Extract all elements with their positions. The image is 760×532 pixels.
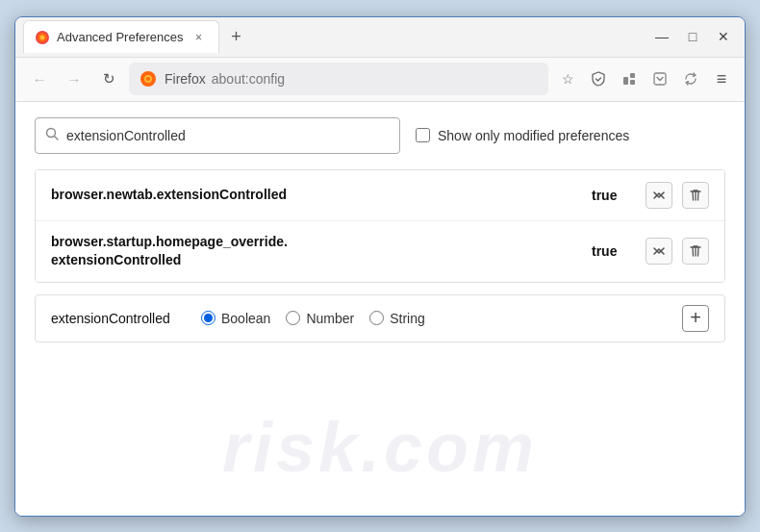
type-number-option[interactable]: Number [286, 311, 354, 326]
page-content: Show only modified preferences browser.n… [15, 102, 745, 516]
type-string-option[interactable]: String [369, 311, 425, 326]
type-options: Boolean Number String [201, 311, 425, 326]
pref-value-1: true [592, 188, 630, 203]
new-tab-button[interactable]: + [223, 23, 250, 50]
close-button[interactable]: ✕ [710, 23, 737, 50]
results-table: browser.newtab.extensionControlled true [35, 169, 725, 283]
active-tab[interactable]: Advanced Preferences × [23, 20, 219, 53]
navigation-bar: ← → ↻ Firefox about:config ☆ [15, 58, 745, 102]
menu-button[interactable]: ≡ [708, 65, 735, 92]
firefox-logo [139, 70, 157, 88]
minimize-button[interactable]: — [648, 23, 675, 50]
window-controls: — □ ✕ [648, 23, 737, 50]
show-modified-text: Show only modified preferences [438, 128, 629, 143]
pref-name-2-line2: extensionControlled [51, 252, 181, 267]
row-actions-2 [646, 238, 709, 265]
pref-name-1: browser.newtab.extensionControlled [51, 186, 592, 205]
address-origin: Firefox [165, 71, 206, 87]
toggle-button-2[interactable] [646, 238, 672, 265]
pref-value-2: true [592, 243, 630, 259]
new-pref-name: extensionControlled [51, 311, 186, 326]
table-row: browser.newtab.extensionControlled true [36, 170, 724, 221]
new-pref-row: extensionControlled Boolean Number Strin… [35, 294, 725, 342]
toggle-button-1[interactable] [646, 182, 672, 209]
address-text: Firefox about:config [165, 71, 285, 87]
search-input[interactable] [66, 128, 390, 143]
address-bar[interactable]: Firefox about:config [129, 63, 548, 95]
title-bar: Advanced Preferences × + — □ ✕ [15, 17, 745, 58]
preference-search-container[interactable] [35, 117, 400, 154]
extension-icon[interactable] [616, 65, 643, 92]
delete-button-2[interactable] [682, 238, 709, 265]
back-button[interactable]: ← [25, 64, 54, 93]
type-boolean-label: Boolean [221, 311, 270, 326]
row-actions-1 [646, 182, 709, 209]
sync-icon[interactable] [677, 65, 704, 92]
svg-line-10 [55, 137, 59, 140]
shield-icon[interactable] [585, 65, 612, 92]
show-modified-label[interactable]: Show only modified preferences [416, 128, 629, 143]
svg-rect-8 [654, 73, 666, 85]
tab-favicon [36, 31, 49, 44]
add-pref-button[interactable]: + [682, 305, 709, 332]
bookmark-icon[interactable]: ☆ [554, 65, 581, 92]
maximize-button[interactable]: □ [679, 23, 706, 50]
show-modified-checkbox[interactable] [416, 128, 430, 142]
type-number-label: Number [306, 311, 354, 326]
reload-button[interactable]: ↻ [94, 64, 123, 93]
svg-rect-6 [630, 73, 635, 78]
delete-button-1[interactable] [682, 182, 709, 209]
svg-rect-5 [623, 77, 628, 85]
svg-rect-7 [630, 80, 635, 85]
address-path: about:config [212, 71, 285, 87]
pref-name-2-line1: browser.startup.homepage_override. [51, 234, 288, 249]
nav-icons: ☆ [554, 65, 735, 92]
svg-point-4 [146, 77, 150, 81]
tab-close-button[interactable]: × [191, 30, 207, 45]
pref-name-2: browser.startup.homepage_override. exten… [51, 233, 592, 270]
type-boolean-radio[interactable] [201, 311, 215, 325]
table-row: browser.startup.homepage_override. exten… [36, 221, 724, 282]
svg-point-1 [40, 35, 45, 39]
search-icon [45, 127, 59, 143]
type-number-radio[interactable] [286, 311, 300, 325]
type-string-radio[interactable] [369, 311, 384, 325]
tab-title: Advanced Preferences [57, 30, 184, 44]
type-string-label: String [390, 311, 425, 326]
pocket-icon[interactable] [646, 65, 673, 92]
type-boolean-option[interactable]: Boolean [201, 311, 270, 326]
search-bar-row: Show only modified preferences [35, 117, 725, 154]
page-wrapper: Show only modified preferences browser.n… [15, 102, 745, 516]
forward-button[interactable]: → [60, 64, 89, 93]
